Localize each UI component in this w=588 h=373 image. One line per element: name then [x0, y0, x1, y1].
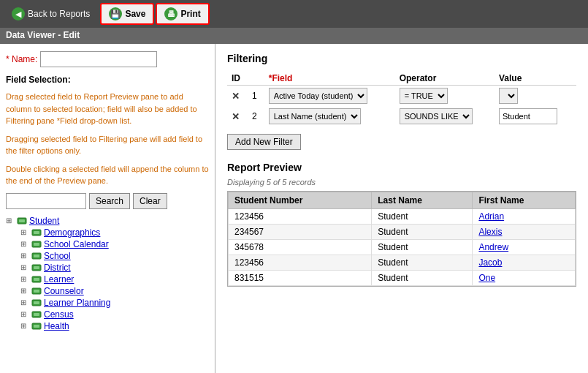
- first-name-cell[interactable]: Jacob: [473, 255, 576, 271]
- tree-node-icon: [16, 216, 28, 226]
- tree-item-school[interactable]: ⊞ School: [19, 250, 209, 262]
- svg-rect-7: [34, 255, 39, 257]
- tree-node-icon: [31, 321, 42, 331]
- preview-col-header: First Name: [473, 192, 576, 209]
- filter-row: ✕ 1 Active Today (student) = TRUE: [227, 86, 576, 107]
- col-value: Value: [495, 72, 576, 86]
- filter-id: 1: [248, 86, 264, 107]
- col-operator: Operator: [395, 72, 495, 86]
- right-panel: Filtering ID *Field Operator Value ✕ 1 A…: [215, 44, 588, 373]
- displaying-text: Displaying 5 of 5 records: [227, 178, 576, 186]
- remove-filter-button[interactable]: ✕: [232, 91, 240, 102]
- last-name-cell: Student: [372, 225, 473, 240]
- tree-item-student[interactable]: ⊞ Student: [6, 215, 209, 227]
- expand-icon[interactable]: ⊞: [20, 228, 31, 236]
- filter-field-select[interactable]: Active Today (student): [269, 88, 367, 104]
- tree-label-district[interactable]: District: [44, 263, 71, 273]
- left-panel: * Name: Field Selection: Drag selected f…: [0, 44, 215, 373]
- tree-label-learner[interactable]: Learner: [44, 274, 74, 285]
- tree-item-district[interactable]: ⊞ District: [19, 262, 209, 274]
- filter-field-select[interactable]: Last Name (student): [269, 108, 361, 124]
- search-input[interactable]: [6, 193, 86, 209]
- svg-rect-19: [34, 325, 39, 328]
- tree-item-counselor[interactable]: ⊞ Counselor: [19, 285, 209, 297]
- last-name-cell: Student: [372, 271, 473, 286]
- preview-col-header: Student Number: [229, 192, 372, 209]
- expand-icon[interactable]: ⊞: [20, 287, 31, 295]
- print-label: Print: [180, 9, 200, 19]
- student-number-cell: 123456: [229, 209, 372, 225]
- last-name-cell: Student: [372, 240, 473, 255]
- first-name-cell[interactable]: One: [473, 271, 576, 286]
- filter-operator-select[interactable]: = TRUE: [400, 88, 448, 104]
- tree-label-counselor[interactable]: Counselor: [44, 286, 84, 296]
- expand-icon[interactable]: ⊞: [20, 252, 31, 260]
- expand-icon[interactable]: ⊞: [20, 240, 31, 248]
- tree-label-school[interactable]: School: [44, 251, 71, 261]
- tree-item-health[interactable]: ⊞ Health: [19, 320, 209, 332]
- tree-label-learner-planning[interactable]: Learner Planning: [44, 298, 110, 308]
- svg-rect-9: [34, 266, 39, 269]
- expand-icon[interactable]: ⊞: [20, 263, 31, 271]
- expand-icon[interactable]: ⊞: [6, 216, 16, 225]
- tree-item-school-calendar[interactable]: ⊞ School Calendar: [19, 238, 209, 250]
- expand-icon[interactable]: ⊞: [20, 322, 31, 330]
- tree-item-census[interactable]: ⊞ Census: [19, 309, 209, 320]
- tree-label-census[interactable]: Census: [44, 309, 74, 320]
- table-row: 345678StudentAndrew: [229, 240, 576, 255]
- student-number-cell: 234567: [229, 225, 372, 240]
- save-label: Save: [125, 9, 145, 19]
- name-label: * Name:: [6, 54, 37, 64]
- last-name-cell: Student: [372, 255, 473, 271]
- toolbar: ◀ Back to Reports 💾 Save 🖶 Print: [0, 0, 588, 28]
- save-icon: 💾: [109, 7, 122, 20]
- tree-node-icon: [31, 251, 42, 261]
- tree-node-icon: [31, 263, 42, 273]
- instruction-3: Double clicking a selected field will ap…: [6, 163, 209, 187]
- student-number-cell: 123456: [229, 255, 372, 271]
- tree-item-learner[interactable]: ⊞ Learner: [19, 274, 209, 285]
- expand-icon[interactable]: ⊞: [20, 310, 31, 318]
- first-name-cell[interactable]: Alexis: [473, 225, 576, 240]
- name-input[interactable]: [40, 51, 157, 67]
- field-tree: ⊞ Student ⊞ Demographics ⊞ School Calend…: [6, 215, 209, 332]
- back-button[interactable]: ◀ Back to Reports: [3, 3, 99, 25]
- add-filter-button[interactable]: Add New Filter: [227, 134, 301, 150]
- remove-filter-button[interactable]: ✕: [232, 111, 240, 122]
- print-icon: 🖶: [164, 7, 177, 20]
- page-title: Data Viewer - Edit: [0, 28, 588, 44]
- search-button[interactable]: Search: [89, 193, 130, 209]
- tree-label-school-calendar[interactable]: School Calendar: [44, 239, 109, 249]
- filter-value-select[interactable]: [499, 88, 518, 104]
- first-name-cell[interactable]: Adrian: [473, 209, 576, 225]
- instruction-1: Drag selected field to Report Preview pa…: [6, 91, 209, 127]
- filter-id: 2: [248, 106, 264, 127]
- instruction-2: Dragging selected field to Filtering pan…: [6, 133, 209, 157]
- filter-value-input[interactable]: [499, 108, 557, 124]
- tree-item-learner-planning[interactable]: ⊞ Learner Planning: [19, 297, 209, 309]
- tree-node-icon: [31, 227, 42, 238]
- print-button[interactable]: 🖶 Print: [156, 3, 209, 25]
- svg-rect-11: [34, 278, 39, 281]
- clear-button[interactable]: Clear: [133, 193, 167, 209]
- filter-row: ✕ 2 Last Name (student) SOUNDS LIKE: [227, 106, 576, 127]
- tree-label-health[interactable]: Health: [44, 321, 69, 331]
- preview-table-wrap: Student NumberLast NameFirst Name 123456…: [227, 191, 576, 287]
- save-button[interactable]: 💾 Save: [100, 3, 154, 25]
- first-name-cell[interactable]: Andrew: [473, 240, 576, 255]
- col-id: ID: [227, 72, 264, 86]
- table-row: 234567StudentAlexis: [229, 225, 576, 240]
- expand-icon[interactable]: ⊞: [20, 298, 31, 306]
- tree-item-demographics[interactable]: ⊞ Demographics: [19, 227, 209, 238]
- tree-label-demographics[interactable]: Demographics: [44, 227, 100, 238]
- svg-rect-15: [34, 301, 39, 304]
- tree-node-icon: [31, 239, 42, 249]
- preview-table: Student NumberLast NameFirst Name 123456…: [228, 192, 576, 286]
- table-row: 831515StudentOne: [229, 271, 576, 286]
- table-row: 123456StudentAdrian: [229, 209, 576, 225]
- col-field: *Field: [264, 72, 395, 86]
- filter-operator-select[interactable]: SOUNDS LIKE: [400, 108, 473, 124]
- expand-icon[interactable]: ⊞: [20, 275, 31, 283]
- back-icon: ◀: [12, 7, 25, 20]
- student-node-label[interactable]: Student: [29, 216, 59, 226]
